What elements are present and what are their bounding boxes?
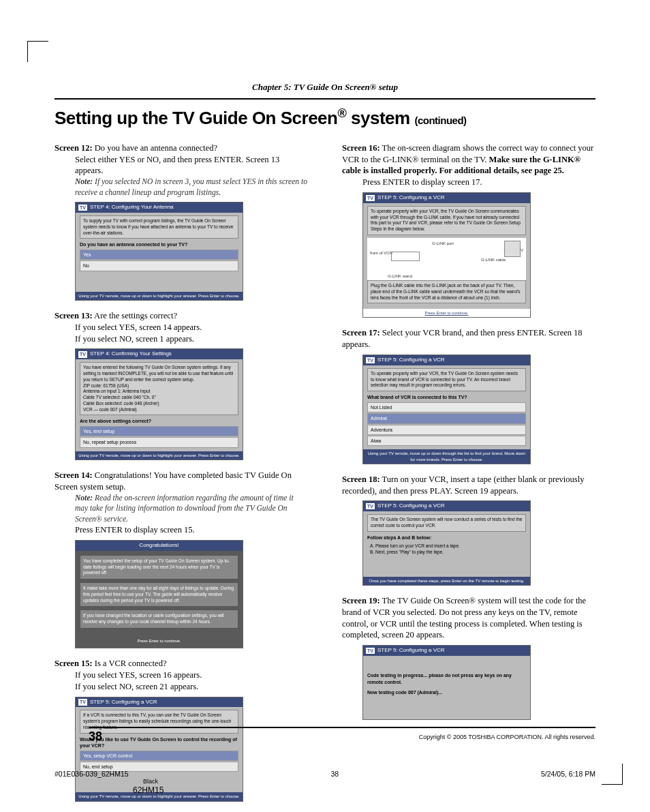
meta-page: 38 bbox=[330, 770, 339, 778]
screen-19: Screen 19: The TV Guide On Screen® syste… bbox=[342, 595, 595, 720]
screen-16: Screen 16: The on-screen diagram shows t… bbox=[342, 142, 595, 318]
screen-12-note-text: If you selected NO in screen 3, you must… bbox=[75, 177, 307, 196]
screenshot-17: TVSTEP 5: Configuring a VCR To operate p… bbox=[362, 355, 531, 464]
print-meta: #01E036-039_62HM15 38 5/24/05, 6:18 PM bbox=[55, 770, 595, 778]
model-number: 62HM15 bbox=[133, 785, 164, 795]
title-main: Setting up the TV Guide On Screen bbox=[55, 108, 337, 128]
screenshot-19: TVSTEP 5: Configuring a VCR Code testing… bbox=[362, 645, 531, 720]
screen-14: Screen 14: Congratulations! You have com… bbox=[55, 470, 308, 648]
shot-16-link: Press Enter to continue. bbox=[363, 309, 530, 317]
shot-17-msg: To operate properly with your VCR, the T… bbox=[367, 368, 526, 391]
screen-12: Screen 12: Do you have an antenna connec… bbox=[55, 142, 308, 301]
shot-14-foot: Press Enter to continue. bbox=[80, 638, 238, 644]
shot-17-q: What brand of VCR is connected to this T… bbox=[367, 394, 526, 400]
shot-12-opt-no: No bbox=[80, 260, 238, 271]
color-black-label: Black bbox=[143, 778, 158, 785]
screen-12-q: Do you have an antenna connected? bbox=[93, 143, 217, 153]
screen-13-body1: If you select YES, screen 14 appears. bbox=[55, 322, 308, 333]
screen-15-label: Screen 15: bbox=[55, 659, 93, 668]
screen-16-body2: Press ENTER to display screen 17. bbox=[342, 177, 595, 188]
tv-badge: TV bbox=[78, 699, 87, 705]
shot-14-box1: You have completed the setup of your TV … bbox=[80, 555, 238, 580]
screen-14-note: Note: Read the on-screen information reg… bbox=[55, 493, 308, 525]
header-rule bbox=[55, 98, 595, 100]
screen-15-q: Is a VCR connected? bbox=[93, 659, 167, 668]
shot-13-opt-no: No, repeat setup process bbox=[80, 437, 238, 447]
shot-18-header: STEP 5: Configuring a VCR bbox=[377, 502, 445, 510]
shot-14-header: Congratulations! bbox=[139, 542, 179, 550]
screen-18-label: Screen 18: bbox=[342, 475, 380, 484]
tv-badge: TV bbox=[366, 648, 375, 654]
shot-12-opt-yes: Yes bbox=[80, 250, 238, 260]
screen-13: Screen 13: Are the settings correct? If … bbox=[55, 310, 308, 460]
note-label: Note: bbox=[75, 494, 95, 502]
screen-13-q: Are the settings correct? bbox=[93, 311, 177, 320]
shot-18-msg: The TV Guide On Screen system will now c… bbox=[367, 514, 526, 532]
meta-datetime: 5/24/05, 6:18 PM bbox=[541, 770, 595, 778]
title-continued: (continued) bbox=[414, 115, 466, 126]
screen-15-body2: If you select NO, screen 21 appears. bbox=[55, 681, 308, 693]
screen-18: Screen 18: Turn on your VCR, insert a ta… bbox=[342, 474, 595, 586]
diag-glink-wand: G-LINK wand bbox=[388, 273, 412, 279]
tv-badge: TV bbox=[78, 351, 87, 357]
screen-15-body1: If you select YES, screen 16 appears. bbox=[55, 670, 308, 681]
screen-13-label: Screen 13: bbox=[55, 311, 93, 320]
shot-12-header: STEP 4: Configuring Your Antenna bbox=[90, 204, 174, 211]
tv-badge: TV bbox=[366, 503, 375, 509]
shot-13-q: Are the above settings correct? bbox=[80, 418, 238, 424]
screenshot-13: TVSTEP 4: Confirming Your Settings You h… bbox=[75, 348, 243, 460]
shot-14-box3: If you have changed the location or cabl… bbox=[80, 610, 238, 629]
screen-14-note-text: Read the on-screen information regarding… bbox=[75, 494, 294, 523]
diag-glink-port: G-LINK port bbox=[432, 241, 454, 246]
shot-18-foot: Once you have completed these steps, pre… bbox=[363, 577, 530, 585]
shot-17-opt-3: Aiwa bbox=[367, 436, 526, 446]
shot-17-opt-1: Admiral bbox=[367, 413, 526, 423]
diag-glink-cable: G-LINK cable bbox=[481, 257, 506, 262]
screen-12-body: Select either YES or NO, and then press … bbox=[55, 154, 308, 177]
right-column: Screen 16: The on-screen diagram shows t… bbox=[342, 142, 595, 811]
screen-13-body2: If you select NO, screen 1 appears. bbox=[55, 333, 308, 345]
shot-16-msg2: Plug the G-LINK cable into the G-LINK ja… bbox=[367, 280, 526, 303]
page-title: Setting up the TV Guide On Screen® syste… bbox=[55, 106, 595, 129]
shot-13-foot: Using your TV remote, move up or down to… bbox=[76, 451, 243, 460]
shot-19-header: STEP 5: Configuring a VCR bbox=[377, 647, 445, 655]
screen-17-label: Screen 17: bbox=[342, 328, 380, 337]
page-number: 38 bbox=[89, 730, 102, 744]
shot-12-q: Do you have an antenna connected to your… bbox=[80, 241, 238, 247]
screenshot-16: TVSTEP 5: Configuring a VCR To operate p… bbox=[362, 192, 531, 318]
screen-14-label: Screen 14: bbox=[55, 470, 93, 480]
left-column: Screen 12: Do you have an antenna connec… bbox=[55, 142, 308, 811]
shot-17-foot: Using your TV remote, move up or down th… bbox=[363, 449, 530, 463]
shot-17-opt-0: Not Listed bbox=[367, 402, 526, 412]
screen-14-body: Press ENTER to display screen 15. bbox=[55, 524, 308, 536]
shot-15-opt-yes: Yes, setup VCR control bbox=[80, 751, 238, 761]
shot-16-header: STEP 5: Configuring a VCR bbox=[377, 194, 445, 202]
shot-17-header: STEP 5: Configuring a VCR bbox=[377, 357, 445, 364]
reg-mark: ® bbox=[337, 106, 346, 120]
note-label: Note: bbox=[75, 177, 95, 185]
shot-13-opt-yes: Yes, end setup bbox=[80, 426, 238, 436]
shot-19-line1: Code testing in progress... please do no… bbox=[367, 672, 526, 685]
screen-12-label: Screen 12: bbox=[55, 143, 93, 153]
shot-17-opt-2: Adventura bbox=[367, 425, 526, 435]
shot-13-header: STEP 4: Confirming Your Settings bbox=[90, 350, 172, 358]
screen-19-label: Screen 19: bbox=[342, 596, 380, 605]
file-code: #01E036-039_62HM15 bbox=[55, 770, 129, 778]
screen-17: Screen 17: Select your VCR brand, and th… bbox=[342, 327, 595, 464]
screen-12-note: Note: If you selected NO in screen 3, yo… bbox=[55, 177, 308, 198]
tv-badge: TV bbox=[366, 357, 375, 363]
crop-mark-tl bbox=[27, 41, 48, 62]
diag-front-vcr: front of VCR bbox=[370, 250, 392, 256]
shot-13-msg: You have entered the following TV Guide … bbox=[80, 362, 238, 415]
title-suffix: system bbox=[346, 108, 414, 128]
shot-18-steps: A. Please turn on your VCR and insert a … bbox=[367, 542, 526, 557]
copyright-text: Copyright © 2005 TOSHIBA CORPORATION. Al… bbox=[419, 734, 595, 740]
tv-badge: TV bbox=[366, 195, 375, 201]
shot-16-msg: To operate properly with your VCR, the T… bbox=[367, 206, 526, 235]
shot-14-box2: It make take more than one day for all e… bbox=[80, 582, 238, 607]
crop-mark-br bbox=[602, 764, 623, 785]
tv-badge: TV bbox=[78, 205, 87, 211]
shot-18-q: Follow steps A and B below: bbox=[367, 535, 526, 541]
screenshot-12: TVSTEP 4: Configuring Your Antenna To su… bbox=[75, 202, 243, 301]
screenshot-18: TVSTEP 5: Configuring a VCR The TV Guide… bbox=[362, 500, 531, 585]
